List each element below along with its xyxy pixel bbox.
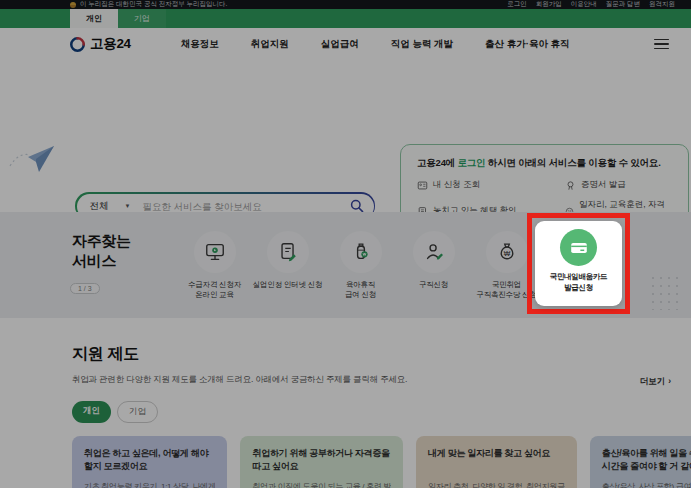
certificate-icon xyxy=(565,180,576,191)
nav-employment-support[interactable]: 취업지원 xyxy=(251,38,289,51)
chevron-down-icon: ▼ xyxy=(125,203,131,209)
id-card-icon xyxy=(417,180,428,191)
highlight-annotation-box: 국민내일배움카드 발급신청 xyxy=(527,213,630,314)
support-card-maternity-childcare[interactable]: 출산/육아를 위해 일을 쉬거나 근무 시간을 줄여야 할 거 같아요 출산(유… xyxy=(590,436,691,488)
login-link[interactable]: 로그인 xyxy=(458,157,486,168)
login-panel-title: 고용24에 로그인 하시면 아래의 서비스를 이용할 수 있어요. xyxy=(417,157,672,170)
support-tab-personal[interactable]: 개인 xyxy=(72,401,111,423)
search-category-value: 전체 xyxy=(90,200,109,213)
service-shortcuts: 수급자격 신청자온라인 교육 실업인정 인터넷 신청 xyxy=(178,231,543,300)
employment24-homepage: 이 누리집은 대한민국 공식 전자정부 누리집입니다. 로그인 회원가입 이용안… xyxy=(0,0,691,488)
chevron-right-icon: › xyxy=(668,376,671,386)
baby-bottle-icon xyxy=(350,241,372,263)
nav-vocational-development[interactable]: 직업 능력 개발 xyxy=(391,38,453,51)
support-cards: 취업은 하고 싶은데, 어떻게 해야 할지 모르겠어요 기초 취업능력 키우기,… xyxy=(72,436,657,488)
logo[interactable]: 고용24 xyxy=(70,35,131,53)
service-parental-leave-benefit[interactable]: 육아휴직급여 신청 xyxy=(324,231,397,300)
nav-jobs[interactable]: 채용정보 xyxy=(181,38,219,51)
moel-emblem-icon xyxy=(70,37,85,52)
logo-text: 고용24 xyxy=(90,35,131,53)
main-nav: 채용정보 취업지원 실업급여 직업 능력 개발 출산 휴가·육아 휴직 xyxy=(181,38,570,51)
carousel-pagination[interactable]: 1 / 3 xyxy=(70,283,100,294)
search-icon[interactable] xyxy=(350,199,364,213)
benefit-my-applications: 내 신청 조회 xyxy=(417,179,565,191)
benefit-certificate: 증명서 발급 xyxy=(565,179,672,191)
utility-link-guide[interactable]: 이용안내 xyxy=(571,0,597,9)
support-tab-business[interactable]: 기업 xyxy=(117,401,158,423)
service-job-application[interactable]: 구직신청 xyxy=(397,231,470,300)
support-tabs: 개인 기업 xyxy=(72,401,657,423)
support-card-job-matching[interactable]: 내게 맞는 일자리를 찾고 싶어요 일자리 추천, 다양한 일 경험, 취업지원… xyxy=(416,436,577,488)
search-category-dropdown[interactable]: 전체 ▼ xyxy=(90,200,131,213)
more-link[interactable]: 더보기› xyxy=(640,376,671,388)
monitor-education-icon xyxy=(204,241,226,263)
support-title: 지원 제도 xyxy=(72,344,657,365)
hero-section: 전체 ▼ 추천검색어 실업급여 xyxy=(0,60,691,212)
paper-plane-icon xyxy=(8,144,56,180)
utility-links: 로그인 회원가입 이용안내 질문과 답변 원격지원 xyxy=(507,0,675,9)
service-online-education[interactable]: 수급자격 신청자온라인 교육 xyxy=(178,231,251,300)
dot-pattern-decoration xyxy=(649,274,683,310)
nav-unemployment-benefits[interactable]: 실업급여 xyxy=(321,38,359,51)
search-input[interactable] xyxy=(142,201,349,212)
support-card-study-certificates[interactable]: 취업하기 위해 공부하거나 자격증을 따고 싶어요 취업과 이직에 도움이 되는… xyxy=(240,436,403,488)
person-pencil-icon xyxy=(423,241,445,263)
nav-maternity-parental-leave[interactable]: 출산 휴가·육아 휴직 xyxy=(485,38,569,51)
utility-link-remote[interactable]: 원격지원 xyxy=(649,0,675,9)
service-unemployment-recognition[interactable]: 실업인정 인터넷 신청 xyxy=(251,231,324,300)
svg-text:₩: ₩ xyxy=(503,250,510,257)
service-tomorrow-learning-card[interactable]: 국민내일배움카드 발급신청 xyxy=(535,221,622,306)
support-card-career-guidance[interactable]: 취업은 하고 싶은데, 어떻게 해야 할지 모르겠어요 기초 취업능력 키우기,… xyxy=(72,436,227,488)
support-programs-section: 지원 제도 취업과 관련한 다양한 지원 제도를 소개해 드려요. 아래에서 궁… xyxy=(0,318,691,488)
user-type-tabs: 개인 기업 xyxy=(0,9,691,28)
utility-link-signup[interactable]: 회원가입 xyxy=(536,0,562,9)
gov-banner-text: 이 누리집은 대한민국 공식 전자정부 누리집입니다. xyxy=(80,0,227,9)
credit-card-icon xyxy=(568,237,590,259)
tab-business[interactable]: 기업 xyxy=(118,9,166,28)
document-pencil-icon xyxy=(277,241,299,263)
frequent-services-section: 자주찾는 서비스 1 / 3 수급자격 신청자온라인 교육 xyxy=(0,212,691,318)
utility-link-login[interactable]: 로그인 xyxy=(507,0,527,9)
gov-emblem-icon xyxy=(70,2,76,8)
menu-icon[interactable] xyxy=(654,39,669,50)
tab-personal[interactable]: 개인 xyxy=(70,9,118,28)
utility-link-faq[interactable]: 질문과 답변 xyxy=(606,0,640,9)
card-circle xyxy=(560,229,597,266)
gov-banner: 이 누리집은 대한민국 공식 전자정부 누리집입니다. 로그인 회원가입 이용안… xyxy=(0,0,691,9)
support-subtitle: 취업과 관련한 다양한 지원 제도를 소개해 드려요. 아래에서 궁금하신 주제… xyxy=(72,374,657,386)
site-header: 고용24 채용정보 취업지원 실업급여 직업 능력 개발 출산 휴가·육아 휴직 xyxy=(0,28,691,60)
money-bag-icon: ₩ xyxy=(496,241,518,263)
frequent-services-title: 자주찾는 서비스 xyxy=(72,231,131,271)
